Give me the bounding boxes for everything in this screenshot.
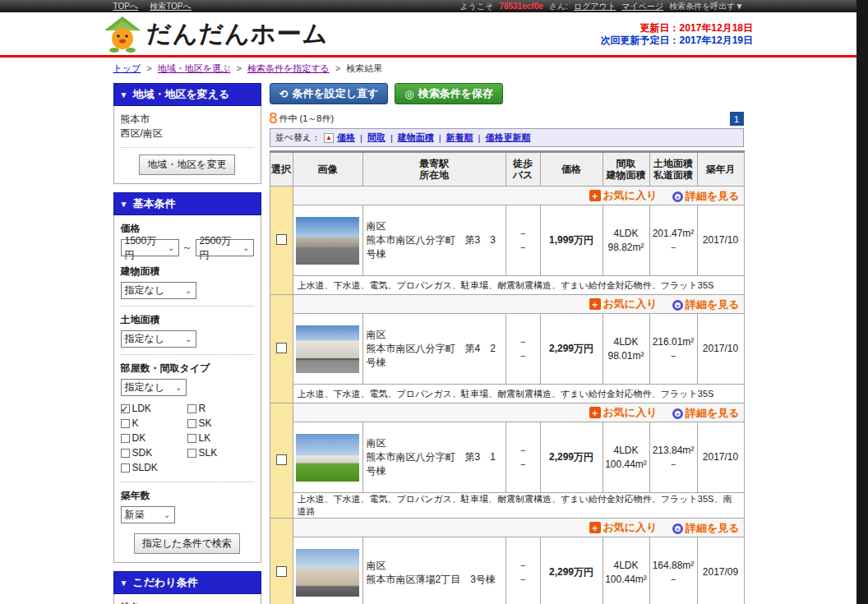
top-link[interactable]: TOPへ [113, 1, 139, 12]
property-photo[interactable] [296, 217, 359, 265]
right-dark-strip [856, 0, 868, 604]
listing-price: 2,299万円 [540, 537, 603, 604]
detail-button[interactable]: ➤詳細を見る [672, 297, 740, 312]
walk-value: － [518, 336, 528, 348]
mypage-link[interactable]: マイページ [621, 1, 663, 12]
sort-ascending-icon: ▲ [324, 133, 334, 143]
site-name: だんだんホーム [146, 17, 328, 51]
top-utility-bar: TOPへ 検索TOPへ ようこそ 78531ecf0e さん: ログアウト マイ… [0, 0, 856, 12]
layout-check-lk[interactable]: ✓LK [187, 431, 254, 445]
favorite-button[interactable]: ＋お気に入り [589, 405, 658, 420]
breadcrumb-area[interactable]: 地域・地区を選ぶ [158, 63, 231, 73]
price-min-select[interactable]: 1500万円⌄ [121, 239, 179, 256]
listing-features-row: 上水道、下水道、電気、プロパンガス、駐車場、耐震制震構造、すまい給付金対応物件、… [270, 385, 744, 403]
listing-select-cell [270, 187, 293, 295]
results-main: ⟲条件を設定し直す ◎検索条件を保存 8 件中 (1～8件) 1 並べ替え： ▲… [270, 83, 744, 604]
header-built: 築年月 [697, 152, 744, 187]
selected-wards: 西区/南区 [121, 127, 254, 141]
land-area-select[interactable]: 指定なし⌄ [121, 330, 196, 348]
favorite-button[interactable]: ＋お気に入り [589, 297, 658, 311]
listing-features-row: 上水道、下水道、電気、プロパンガス、駐車場、耐震制震構造、すまい給付金対応物件、… [270, 276, 744, 295]
listing-features: 上水道、下水道、電気、プロパンガス、駐車場、耐震制震構造、すまい給付金対応物件、… [293, 385, 744, 403]
property-photo[interactable] [296, 549, 359, 597]
breadcrumb-current: 検索結果 [346, 63, 382, 73]
bus-value: － [518, 459, 528, 470]
update-label: 更新日： [640, 22, 680, 34]
listing-action-row: ＋お気に入り ➤詳細を見る [270, 519, 744, 537]
logout-link[interactable]: ログアウト [574, 1, 616, 12]
detail-button[interactable]: ➤詳細を見る [672, 189, 740, 204]
listing-select-checkbox[interactable] [276, 566, 287, 577]
checkbox: ✓ [187, 404, 196, 413]
price-max-select[interactable]: 2500万円⌄ [196, 239, 254, 256]
listing-land-area: 164.88m² [653, 560, 695, 571]
breadcrumb-separator: > [146, 63, 151, 73]
search-with-conditions-button[interactable]: 指定した条件で検索 [134, 533, 240, 554]
building-area-select[interactable]: 指定なし⌄ [121, 282, 196, 299]
property-photo[interactable] [296, 325, 359, 373]
listing-row: 南区熊本市南区八分字町 第3 1号棟 －－ 2,299万円 4LDK100.44… [270, 422, 744, 493]
page-number-button[interactable]: 1 [730, 112, 744, 126]
extra-conditions-section: ▼ こだわり条件 特色 ✓上水道 ✓下水道 ✓プロパンガス ✓都市ガス ✓角地 … [113, 571, 261, 604]
change-region-button[interactable]: 地域・地区を変更 [139, 154, 234, 175]
filter-sidebar: ▼ 地域・地区を変える 熊本市 西区/南区 地域・地区を変更 ▼ [113, 83, 261, 604]
layout-check-sldk[interactable]: ✓SLDK [121, 460, 187, 475]
favorite-plus-icon: ＋ [589, 190, 601, 201]
layout-check-slk[interactable]: ✓SLK [187, 445, 254, 460]
region-section-header[interactable]: ▼ 地域・地区を変える [113, 83, 261, 106]
favorite-button[interactable]: ＋お気に入り [589, 520, 658, 535]
results-count: 8 [270, 111, 278, 126]
rooms-select[interactable]: 指定なし⌄ [121, 379, 187, 396]
listing-layout: 4LDK [613, 228, 638, 239]
search-top-link[interactable]: 検索TOPへ [150, 1, 192, 12]
listing-road-area: － [668, 350, 678, 362]
detail-button[interactable]: ➤詳細を見る [672, 521, 740, 536]
sort-price-link[interactable]: 価格 [337, 131, 355, 144]
recall-conditions-link[interactable]: 検索条件を呼出す▼ [669, 1, 743, 12]
listing-select-checkbox[interactable] [276, 234, 287, 245]
walk-value: － [518, 445, 528, 456]
listing-built: 2017/10 [697, 205, 744, 276]
listing-address: 熊本市南区薄場2丁目 3号棟 [367, 574, 496, 585]
layout-check-k[interactable]: ✓K [121, 416, 187, 431]
listing-address: 熊本市南区八分字町 第4 2号棟 [367, 343, 496, 368]
sort-separator: | [360, 133, 362, 143]
listing-features-row: 上水道、下水道、電気、プロパンガス、駐車場、耐震制震構造、すまい給付金対応物件、… [270, 493, 744, 519]
property-photo[interactable] [296, 434, 359, 482]
reset-conditions-button[interactable]: ⟲条件を設定し直す [270, 83, 389, 104]
checkbox: ✓ [121, 463, 130, 473]
layout-check-sk[interactable]: ✓SK [187, 416, 254, 431]
layout-check-ldk[interactable]: ✓LDK [121, 401, 187, 416]
sort-price-update-link[interactable]: 価格更新順 [485, 131, 530, 144]
site-logo[interactable]: だんだんホーム [104, 15, 328, 53]
sort-building-area-link[interactable]: 建物面積 [398, 131, 434, 144]
detail-button[interactable]: ➤詳細を見る [672, 406, 740, 421]
listing-building-area: 100.44m² [605, 459, 647, 470]
detail-arrow-icon: ➤ [672, 523, 683, 534]
basic-section-header[interactable]: ▼ 基本条件 [113, 192, 261, 215]
header-select: 選択 [270, 152, 293, 187]
extra-section-header[interactable]: ▼ こだわり条件 [113, 571, 261, 594]
detail-arrow-icon: ➤ [672, 300, 683, 311]
divider [121, 147, 254, 148]
listing-row: 南区熊本市南区八分字町 第4 2号棟 －－ 2,299万円 4LDK98.01m… [270, 314, 744, 385]
favorite-button[interactable]: ＋お気に入り [589, 188, 658, 203]
listing-select-checkbox[interactable] [276, 454, 287, 465]
save-conditions-button[interactable]: ◎検索条件を保存 [395, 83, 503, 104]
layout-check-sdk[interactable]: ✓SDK [121, 445, 187, 460]
listing-row: 南区熊本市南区薄場2丁目 3号棟 －－ 2,299万円 4LDK100.44m²… [270, 537, 744, 604]
layout-check-r[interactable]: ✓R [187, 401, 254, 416]
sort-label: 並べ替え： [275, 131, 321, 144]
building-age-select[interactable]: 新築⌄ [121, 506, 175, 523]
breadcrumb-conditions[interactable]: 検索条件を指定する [247, 63, 330, 73]
sort-newest-link[interactable]: 新着順 [446, 131, 473, 144]
features-label: 特色 [121, 601, 254, 604]
listing-road-area: － [668, 242, 678, 253]
sort-layout-link[interactable]: 間取 [367, 131, 386, 144]
basic-conditions-section: ▼ 基本条件 価格 1500万円⌄ ～ 2500万円⌄ 建物面積 指定なし⌄ [113, 192, 261, 563]
breadcrumb-home[interactable]: トップ [113, 63, 141, 73]
layout-check-dk[interactable]: ✓DK [121, 431, 187, 445]
listing-built: 2017/09 [697, 537, 744, 604]
listing-select-checkbox[interactable] [276, 343, 287, 353]
extra-section-title: こだわり条件 [132, 575, 197, 590]
